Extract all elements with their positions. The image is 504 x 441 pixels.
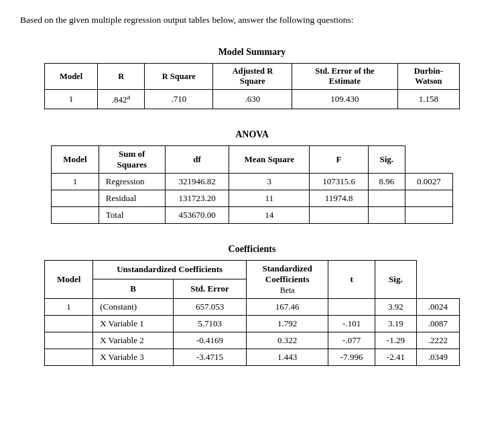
- coeff-se-constant: 167.46: [247, 298, 328, 315]
- coeff-b-x1: 5.7103: [174, 315, 247, 332]
- anova-model-num: 1: [52, 173, 99, 190]
- coeff-se-x2: 0.322: [247, 332, 328, 349]
- coeff-label-x3: X Variable 3: [93, 349, 174, 365]
- anova-row-label-total: Total: [99, 206, 165, 223]
- coeff-row-x3: X Variable 3 -3.4715 1.443 -7.996 -2.41 …: [45, 349, 460, 365]
- coeff-sig-x2: .2222: [416, 332, 459, 349]
- anova-f: 8.96: [368, 173, 405, 190]
- coeff-sig-header: Sig.: [375, 260, 417, 298]
- anova-model-blank1: [52, 190, 99, 206]
- anova-sig: 0.0027: [405, 173, 452, 190]
- coeff-b-constant: 657.053: [174, 298, 247, 315]
- coeff-t-x2: -1.29: [375, 332, 417, 349]
- coeff-label-x2: X Variable 2: [93, 332, 174, 349]
- anova-ms-total: [310, 206, 369, 223]
- ms-adj-rsquare: .630: [213, 90, 292, 109]
- anova-ms-regression: 107315.6: [310, 173, 369, 190]
- anova-df-residual: 11: [229, 190, 310, 206]
- anova-title: ANOVA: [20, 129, 484, 140]
- coeff-se-x3: 1.443: [247, 349, 328, 365]
- coeff-model-blank2: [45, 332, 93, 349]
- col-header-durbin: Durbin-Watson: [397, 64, 459, 90]
- anova-sig-residual: [405, 190, 452, 206]
- coefficients-table: Model Unstandardized Coefficients Standa…: [44, 260, 460, 366]
- ms-model: 1: [45, 90, 98, 109]
- coefficients-title: Coefficients: [20, 244, 484, 255]
- col-header-std-error: Std. Error of theEstimate: [292, 64, 398, 90]
- coeff-t-x1: 3.19: [375, 315, 417, 332]
- coeff-row-x1: X Variable 1 5.7103 1.792 -.101 3.19 .00…: [45, 315, 460, 332]
- anova-col-ms: Mean Square: [229, 145, 310, 173]
- col-header-adj-rsquare: Adjusted RSquare: [213, 64, 292, 90]
- model-summary-table: Model R R Square Adjusted RSquare Std. E…: [44, 63, 460, 109]
- anova-df-total: 14: [229, 206, 310, 223]
- anova-col-ss: Sum ofSquares: [99, 145, 165, 173]
- coeff-t-header: t: [328, 260, 375, 298]
- coeff-beta-constant: [328, 298, 375, 315]
- coeff-stderr-header: Std. Error: [174, 279, 247, 299]
- col-header-rsquare: R Square: [145, 64, 213, 90]
- coeff-std-header: StandardizedCoefficientsBeta: [247, 260, 328, 298]
- anova-col-sig: Sig.: [368, 145, 405, 173]
- anova-ss-regression: 321946.82: [165, 173, 229, 190]
- coeff-se-x1: 1.792: [247, 315, 328, 332]
- coeff-beta-x3: -7.996: [328, 349, 375, 365]
- anova-table: Model Sum ofSquares df Mean Square F Sig…: [51, 145, 453, 224]
- anova-df-regression: 3: [229, 173, 310, 190]
- anova-col-model: Model: [52, 145, 99, 173]
- coeff-label-constant: (Constant): [93, 298, 174, 315]
- ms-rsquare: .710: [145, 90, 213, 109]
- coeff-beta-x2: -.077: [328, 332, 375, 349]
- coeff-row-x2: X Variable 2 -0.4169 0.322 -.077 -1.29 .…: [45, 332, 460, 349]
- anova-section: ANOVA Model Sum ofSquares df Mean Square…: [20, 129, 484, 224]
- anova-sig-total: [405, 206, 452, 223]
- coeff-sig-x3: .0349: [416, 349, 459, 365]
- anova-model-blank2: [52, 206, 99, 223]
- anova-row-label-residual: Residual: [99, 190, 165, 206]
- model-summary-section: Model Summary Model R R Square Adjusted …: [20, 47, 484, 109]
- anova-row-residual: Residual 131723.20 11 11974.8: [52, 190, 453, 206]
- coeff-model-blank1: [45, 315, 93, 332]
- anova-f-total: [368, 206, 405, 223]
- coeff-col-model: Model: [45, 260, 93, 298]
- coeff-t-x3: -2.41: [375, 349, 417, 365]
- coeff-unstd-header: Unstandardized Coefficients: [93, 260, 247, 279]
- col-header-r: R: [98, 64, 145, 90]
- coeff-b-x2: -0.4169: [174, 332, 247, 349]
- coeff-b-x3: -3.4715: [174, 349, 247, 365]
- coeff-t-constant: 3.92: [375, 298, 417, 315]
- col-header-model: Model: [45, 64, 98, 90]
- anova-col-f: F: [310, 145, 369, 173]
- coeff-sig-x1: .0087: [416, 315, 459, 332]
- intro-paragraph: Based on the given multiple regression o…: [20, 13, 484, 27]
- coeff-model-blank3: [45, 349, 93, 365]
- model-summary-row-1: 1 .842a .710 .630 109.430 1.158: [45, 90, 460, 109]
- coeff-sig-constant: .0024: [416, 298, 459, 315]
- ms-std-error: 109.430: [292, 90, 398, 109]
- anova-ss-total: 453670.00: [165, 206, 229, 223]
- model-summary-title: Model Summary: [20, 47, 484, 58]
- anova-f-residual: [368, 190, 405, 206]
- coeff-beta-x1: -.101: [328, 315, 375, 332]
- anova-ms-residual: 11974.8: [310, 190, 369, 206]
- coeff-model-num: 1: [45, 298, 93, 315]
- coeff-row-constant: 1 (Constant) 657.053 167.46 3.92 .0024: [45, 298, 460, 315]
- anova-col-df: df: [165, 145, 229, 173]
- anova-row-total: Total 453670.00 14: [52, 206, 453, 223]
- coeff-b-header: B: [93, 279, 174, 299]
- anova-row-label-regression: Regression: [99, 173, 165, 190]
- anova-ss-residual: 131723.20: [165, 190, 229, 206]
- anova-row-regression: 1 Regression 321946.82 3 107315.6 8.96 0…: [52, 173, 453, 190]
- ms-durbin: 1.158: [397, 90, 459, 109]
- ms-r: .842a: [98, 90, 145, 109]
- coefficients-section: Coefficients Model Unstandardized Coeffi…: [20, 244, 484, 366]
- superscript-a: a: [127, 92, 131, 101]
- coeff-label-x1: X Variable 1: [93, 315, 174, 332]
